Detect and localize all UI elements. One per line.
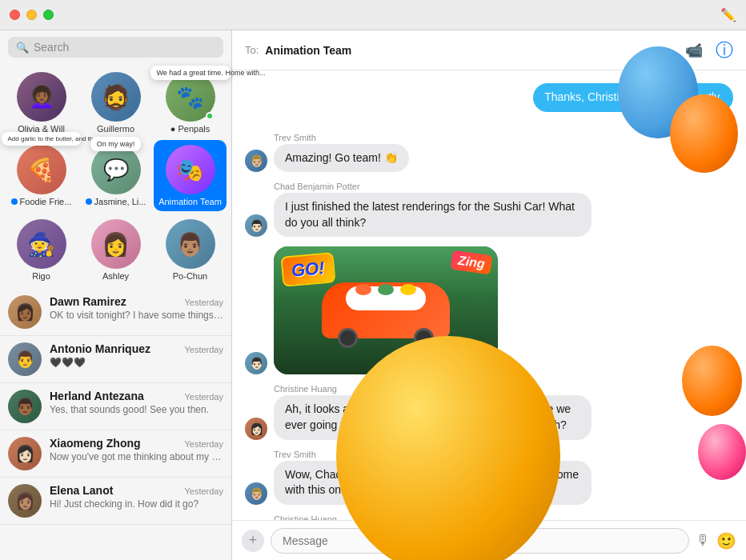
- conv-time-antonio: Yesterday: [184, 345, 223, 354]
- pinned-name-foodie: Foodie Frie...: [11, 197, 72, 206]
- avatar-elena: 👩🏽: [8, 484, 42, 518]
- traffic-lights: [10, 10, 54, 20]
- conv-name-herland: Herland Antezana: [50, 390, 144, 402]
- search-bar[interactable]: 🔍 Search: [8, 37, 223, 58]
- zing-sticker: Zing: [451, 250, 493, 275]
- pinned-name-guillermo: Guillermo: [97, 124, 134, 134]
- conv-preview-antonio: 🖤🖤🖤: [50, 356, 223, 370]
- pinned-name-animation-team: Animation Team: [158, 197, 222, 206]
- penpals-tooltip: We had a great time. Home with...: [150, 66, 231, 80]
- avatar-foodie: 🍕: [17, 145, 66, 194]
- pinned-name-ashley: Ashley: [102, 271, 129, 281]
- pinned-rigo[interactable]: 🧙 Rigo: [5, 214, 78, 286]
- avatar-chad: 👨🏻: [245, 214, 267, 237]
- conv-content-herland: Herland Antezana Yesterday Yes, that sou…: [50, 390, 223, 417]
- conv-item-xiaomeng[interactable]: 👩🏻 Xiaomeng Zhong Yesterday Now you've g…: [0, 430, 231, 478]
- avatar-dawn: 👩🏾: [8, 295, 42, 329]
- to-label: To:: [245, 44, 259, 56]
- conv-name-dawn: Dawn Ramirez: [50, 295, 126, 308]
- conv-item-herland[interactable]: 👨🏾 Herland Antezana Yesterday Yes, that …: [0, 383, 231, 430]
- conv-item-dawn[interactable]: 👩🏾 Dawn Ramirez Yesterday OK to visit to…: [0, 289, 231, 336]
- messages-area: Thanks, Christine. I'll review shortly. …: [232, 70, 746, 520]
- extra-contacts-row: 🧙 Rigo 👩 Ashley 👨🏽 Po-Chun: [0, 214, 231, 289]
- pinned-foodie[interactable]: 🍕 Add garlic to the butter, and then... …: [5, 140, 78, 211]
- conv-time-xiaomeng: Yesterday: [184, 439, 223, 449]
- pinned-name-pochun: Po-Chun: [173, 271, 207, 281]
- sushi-car-image: GO! Zing: [274, 246, 498, 374]
- pinned-name-jasmine: Jasmine, Li...: [86, 197, 146, 206]
- avatar-antonio: 👨: [8, 342, 42, 376]
- info-icon[interactable]: ⓘ: [716, 38, 733, 62]
- msg-bubble-trev2: Wow, Chad! I can really envision us taki…: [274, 461, 592, 505]
- pinned-name-penpals: ● Penpals: [170, 124, 210, 134]
- search-icon: 🔍: [16, 42, 29, 54]
- audio-icon[interactable]: 🎙: [696, 532, 710, 549]
- pinned-ashley[interactable]: 👩 Ashley: [79, 214, 152, 286]
- wheel-left: [338, 328, 358, 348]
- conv-item-antonio[interactable]: 👨 Antonio Manriquez Yesterday 🖤🖤🖤: [0, 336, 231, 383]
- avatar-herland: 👨🏾: [8, 390, 42, 423]
- pinned-jasmine[interactable]: 💬 On my way! Jasmine, Li...: [79, 140, 152, 211]
- avatar-pochun: 👨🏽: [166, 219, 215, 269]
- conv-content-dawn: Dawn Ramirez Yesterday OK to visit tonig…: [50, 295, 223, 322]
- conv-name-antonio: Antonio Manriquez: [50, 342, 150, 355]
- avatar-xiaomeng: 👩🏻: [8, 437, 42, 470]
- message-christine1: 👩🏻 Christine Huang Ah, it looks amazing,…: [245, 384, 733, 439]
- minimize-button[interactable]: [26, 10, 37, 20]
- title-bar: ✏️: [0, 0, 746, 30]
- conv-preview-elena: Hi! Just checking in. How did it go?: [50, 498, 223, 511]
- conv-preview-xiaomeng: Now you've got me thinking about my next…: [50, 450, 223, 464]
- message-chad: 👨🏻 Chad Benjamin Potter I just finished …: [245, 182, 733, 237]
- pinned-guillermo[interactable]: 🧔 Guillermo: [79, 67, 152, 138]
- close-button[interactable]: [10, 10, 20, 20]
- pinned-penpals[interactable]: 🐾 We had a great time. Home with... ● Pe…: [154, 67, 227, 138]
- message-thanks: Thanks, Christine. I'll review shortly. …: [245, 83, 733, 123]
- pinned-pochun[interactable]: 👨🏽 Po-Chun: [154, 214, 227, 286]
- message-christine2: 👩🏻 Christine Huang Do you want to review…: [245, 514, 733, 520]
- input-area: + 🎙 🙂: [232, 520, 746, 560]
- message-input[interactable]: [271, 528, 689, 554]
- conv-name-xiaomeng: Xiaomeng Zhong: [50, 437, 141, 450]
- conversation-list: 👩🏾 Dawn Ramirez Yesterday OK to visit to…: [0, 289, 231, 560]
- conv-content-elena: Elena Lanot Yesterday Hi! Just checking …: [50, 484, 223, 511]
- chat-recipient: Animation Team: [265, 44, 679, 57]
- avatar-guillermo: 🧔: [91, 72, 141, 122]
- video-call-icon[interactable]: 📹: [685, 42, 703, 59]
- conv-item-elena[interactable]: 👩🏽 Elena Lanot Yesterday Hi! Just checki…: [0, 478, 231, 525]
- conv-content-xiaomeng: Xiaomeng Zhong Yesterday Now you've got …: [50, 437, 223, 464]
- chat-header: To: Animation Team 📹 ⓘ: [232, 30, 746, 70]
- conv-content-antonio: Antonio Manriquez Yesterday 🖤🖤🖤: [50, 342, 223, 370]
- sidebar: 🔍 Search 👩🏾‍🦱 Olivia & Will 🧔: [0, 30, 232, 560]
- msg-sender-christine1: Christine Huang: [274, 384, 592, 394]
- msg-bubble-christine1: Ah, it looks amazing, Chad! I love it so…: [274, 395, 592, 439]
- msg-read-thanks: Read: [533, 114, 733, 123]
- conv-time-elena: Yesterday: [184, 486, 223, 496]
- emoji-icon[interactable]: 🙂: [716, 531, 736, 550]
- online-indicator: [206, 112, 214, 120]
- msg-sender-chad: Chad Benjamin Potter: [274, 182, 592, 191]
- msg-content-thanks: Thanks, Christine. I'll review shortly. …: [533, 83, 733, 123]
- msg-sender-trev2: Trev Smith: [274, 450, 592, 459]
- avatar-christine1: 👩🏻: [245, 418, 267, 440]
- go-sticker: GO!: [280, 253, 335, 288]
- sushi-toppings: [355, 284, 416, 295]
- msg-content-amazing: Trev Smith Amazing! Go team! 👏: [274, 133, 409, 173]
- maximize-button[interactable]: [43, 10, 54, 20]
- message-amazing: 👨🏼 Trev Smith Amazing! Go team! 👏: [245, 133, 733, 173]
- compose-icon[interactable]: ✏️: [720, 7, 736, 22]
- chat-area: To: Animation Team 📹 ⓘ Thanks, Christine…: [232, 30, 746, 560]
- wheel-right: [414, 328, 434, 348]
- pinned-olivia-will[interactable]: 👩🏾‍🦱 Olivia & Will: [5, 67, 78, 138]
- foodie-tooltip: Add garlic to the butter, and then...: [2, 132, 82, 146]
- pinned-animation-team[interactable]: 🎭 Animation Team: [154, 140, 227, 211]
- avatar-chad-img: 👨🏻: [245, 352, 267, 374]
- jasmine-tooltip: On my way!: [90, 137, 142, 151]
- msg-sender-trev: Trev Smith: [274, 133, 409, 142]
- avatar-animation-team: 🎭: [166, 145, 215, 194]
- search-label: Search: [34, 41, 69, 54]
- msg-bubble-thanks: Thanks, Christine. I'll review shortly.: [533, 83, 733, 112]
- avatar-ashley: 👩: [91, 219, 141, 269]
- msg-content-christine1: Christine Huang Ah, it looks amazing, Ch…: [274, 384, 592, 439]
- conv-preview-herland: Yes, that sounds good! See you then.: [50, 403, 223, 417]
- add-button[interactable]: +: [242, 530, 264, 552]
